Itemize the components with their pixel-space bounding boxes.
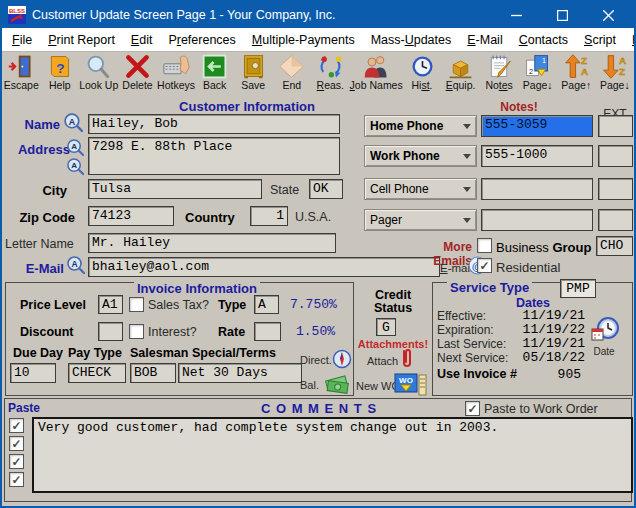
zip-input[interactable]: 74123 [88,206,174,226]
menu-contacts[interactable]: Contacts [511,30,576,50]
credit-status-label-2: Status [354,301,432,315]
menu-script[interactable]: Script [576,30,624,50]
look-up-button[interactable]: Look Up [79,52,118,98]
help-button[interactable]: ? Help [41,52,80,98]
reassign-button[interactable]: Reas. [311,52,350,98]
menu-multiple-payments[interactable]: Multiple-Payments [244,30,363,50]
address-lookup-icon-2[interactable]: A [66,157,85,179]
delete-button[interactable]: Delete [118,52,157,98]
state-input[interactable]: OK [309,179,343,199]
job-names-button[interactable]: Job Names [350,52,403,98]
credit-status-input[interactable]: G [376,318,396,336]
reassign-arrows-icon [316,53,345,80]
residential-checkbox[interactable] [477,258,492,273]
close-icon [603,10,614,21]
city-input[interactable]: Tulsa [88,179,262,199]
price-level-label: Price Level [20,298,86,312]
interest-checkbox[interactable] [129,324,144,339]
name-input[interactable]: Hailey, Bob [88,114,340,134]
paste-label[interactable]: Paste [8,401,40,415]
phone-ext-input-1[interactable] [598,115,633,137]
page-up-sort-button[interactable]: ZA Page↑ [557,52,596,98]
paste-to-work-order-checkbox[interactable] [465,401,480,416]
customer-form: Customer Information Name A Hailey, Bob … [2,98,634,506]
discount-input[interactable] [98,322,123,341]
comment-row-checkbox-2[interactable] [9,436,24,451]
attach-paperclip-icon[interactable] [400,348,414,373]
blss-logo-icon[interactable]: BLSS [8,6,26,24]
menu-edit[interactable]: Edit [123,30,161,50]
country-name-text: U.S.A. [295,210,331,224]
salesman-input[interactable]: BOB [130,363,176,383]
maximize-button[interactable] [542,2,582,28]
email-input[interactable]: bhailey@aol.com [88,257,440,277]
menubar: File Print Report Edit Preferences Multi… [2,28,634,52]
name-lookup-icon[interactable]: A [63,112,84,136]
rate-input[interactable] [254,322,281,341]
menu-file[interactable]: File [4,30,40,50]
notes-button[interactable]: Notes [480,52,519,98]
menu-print-report[interactable]: Print Report [40,30,123,50]
minimize-button[interactable] [496,2,536,28]
balance-money-icon[interactable] [324,373,352,400]
directions-compass-icon[interactable] [332,349,352,372]
phone-number-input-1[interactable]: 555-3059 [481,115,593,137]
save-button[interactable]: Save [234,52,273,98]
menu-help[interactable]: Help [624,30,636,50]
hotkeys-keyboard-icon [162,53,191,80]
phone-number-input-4[interactable] [481,209,593,231]
phone-type-dropdown-2[interactable]: Work Phone [364,145,477,167]
phone-number-input-3[interactable] [481,178,593,200]
svg-text:A: A [619,55,626,66]
escape-button[interactable]: Escape [2,52,41,98]
new-work-order-icon[interactable]: WO [393,373,429,400]
letter-name-input[interactable]: Mr. Hailey [88,233,336,253]
direct-label: Direct. [300,354,332,366]
address-input[interactable]: 7298 E. 88th Place [88,137,340,175]
phone-number-input-2[interactable]: 555-1000 [481,145,593,167]
page-up-sort-za-icon: ZA [562,53,591,80]
comment-row-checkbox-4[interactable] [9,472,24,487]
phone-ext-input-3[interactable] [598,178,633,200]
interest-label: Interest? [148,325,197,339]
phone-type-dropdown-3[interactable]: Cell Phone [364,178,477,200]
hotkeys-button[interactable]: Hotkeys [157,52,196,98]
special-terms-input[interactable]: Net 30 Days [178,363,302,383]
menu-preferences[interactable]: Preferences [160,30,243,50]
phone-type-dropdown-4[interactable]: Pager [364,209,477,231]
date-calendar-clock-icon[interactable] [589,316,621,349]
due-day-input[interactable]: 10 [10,363,56,383]
close-button[interactable] [588,2,628,28]
attachments-link[interactable]: Attachments! [354,338,432,350]
pay-type-input[interactable]: CHECK [68,363,126,383]
back-button[interactable]: Back [195,52,234,98]
phone-type-dropdown-1[interactable]: Home Phone [364,115,477,137]
country-label: Country [185,210,235,225]
sales-tax-checkbox[interactable] [129,297,144,312]
history-clock-icon [408,53,437,80]
business-group-label: Business Group [496,240,591,255]
history-button[interactable]: Hist. [403,52,442,98]
equipment-button[interactable]: Equip. [441,52,480,98]
comments-textarea[interactable]: Very good customer, had complete system … [32,417,633,493]
menu-email[interactable]: E-Mail [459,30,510,50]
tax-type-label: Type [218,298,246,312]
comment-row-checkbox-3[interactable] [9,454,24,469]
business-group-checkbox[interactable] [477,238,492,253]
service-type-panel: Service Type PMP Dates Effective: 11/19/… [432,282,633,396]
price-level-input[interactable]: A1 [98,295,123,314]
comment-row-checkbox-1[interactable] [9,418,24,433]
end-button[interactable]: End [272,52,311,98]
svg-text:A: A [71,142,77,151]
page-down-button[interactable]: 21 Page↓ [518,52,557,98]
residential-label: Residential [496,260,560,275]
menu-mass-updates[interactable]: Mass-Updates [363,30,460,50]
phone-ext-input-2[interactable] [598,145,633,167]
phone-notes-link[interactable]: Notes! [479,100,559,114]
country-input[interactable]: 1 [250,206,288,226]
email-lookup-icon[interactable]: A [66,255,86,278]
business-group-input[interactable]: CHO [596,236,633,256]
page-down-sort-button[interactable]: AZ Page↓ [596,52,635,98]
tax-type-input[interactable]: A [254,295,279,314]
phone-ext-input-4[interactable] [598,209,633,231]
